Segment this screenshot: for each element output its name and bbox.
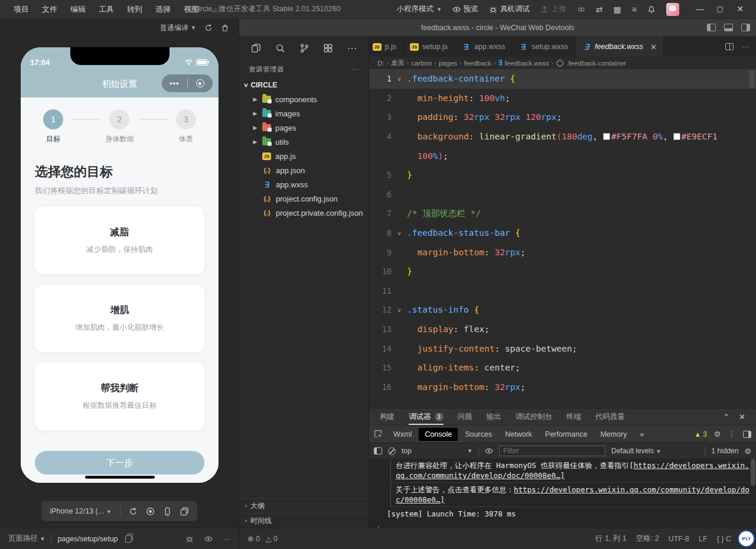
copy-icon[interactable] — [125, 535, 132, 542]
fold-icon[interactable]: ∨ — [392, 307, 407, 313]
files-icon[interactable] — [251, 43, 261, 53]
devtools-settings-icon[interactable]: ⚙ — [714, 430, 721, 438]
editor-more-icon[interactable]: ··· — [742, 43, 750, 51]
clear-cache-icon[interactable] — [221, 24, 229, 32]
devtools-tab-console[interactable]: Console — [419, 428, 458, 441]
preview-button[interactable]: 预览 — [452, 4, 478, 14]
tree-item-project.private.config.json[interactable]: {.}project.private.config.json — [239, 206, 369, 220]
close-miniapp-button[interactable] — [188, 79, 213, 87]
tree-item-images[interactable]: ▶images — [239, 106, 369, 121]
error-count[interactable]: ⊗ 0 — [247, 534, 260, 543]
context-selector[interactable]: top▼ — [402, 447, 472, 455]
goal-card-增肌[interactable]: 增肌增加肌肉，最小化脂肪增长 — [35, 285, 204, 352]
grid-icon[interactable]: ▦ — [614, 5, 621, 14]
fold-icon[interactable]: ∨ — [392, 76, 407, 82]
color-swatch[interactable] — [603, 133, 610, 140]
toggle-bottom-panel-icon[interactable] — [724, 24, 733, 31]
console-scrollbar[interactable] — [751, 459, 755, 486]
step-身体数据[interactable]: 2身体数据 — [101, 109, 138, 144]
step-目标[interactable]: 1目标 — [35, 109, 71, 144]
next-step-button[interactable]: 下一步 — [35, 451, 204, 475]
breadcrumb-item[interactable]: .feedback-container — [566, 60, 626, 67]
debugger-tab-调试控制台[interactable]: 调试控制台 — [516, 408, 553, 425]
editor-scrollbar[interactable] — [750, 70, 755, 88]
console-filter-input[interactable] — [499, 446, 605, 456]
fold-icon[interactable]: ∨ — [392, 230, 407, 236]
tree-item-pages[interactable]: ▶pages — [239, 121, 369, 135]
git-branch-icon[interactable] — [299, 43, 309, 53]
multi-window-icon[interactable] — [180, 507, 189, 516]
debugger-tab-代码质量[interactable]: 代码质量 — [595, 408, 625, 425]
tab-app.wxss[interactable]: ∃app.wxss — [455, 37, 512, 57]
close-icon[interactable]: ✕ — [650, 43, 657, 51]
menu-文件[interactable]: 文件 — [37, 0, 63, 18]
device-debug-button[interactable]: 真机调试 — [489, 4, 530, 14]
goal-card-减脂[interactable]: 减脂减少脂肪，保持肌肉 — [35, 207, 204, 274]
section-大纲[interactable]: ›大纲 — [239, 498, 369, 513]
recompile-icon[interactable] — [204, 24, 213, 32]
code-editor[interactable]: 1∨.feedback-container {2 min-height: 100… — [369, 69, 756, 408]
clear-console-icon[interactable] — [388, 447, 396, 455]
debugger-tab-构建[interactable]: 构建 — [380, 408, 395, 425]
tree-item-project.config.json[interactable]: {.}project.config.json — [239, 191, 369, 206]
menu-项目[interactable]: 项目 — [8, 0, 34, 18]
devtools-tab-performance[interactable]: Performance — [539, 428, 594, 441]
explorer-more-icon[interactable]: ··· — [351, 66, 359, 73]
project-root[interactable]: ∨ CIRCLE — [239, 78, 369, 92]
extensions-icon[interactable] — [323, 43, 333, 53]
compile-mode-selector[interactable]: 普通编译▼ — [160, 23, 196, 33]
console-sidebar-icon[interactable] — [374, 447, 382, 454]
user-avatar[interactable] — [666, 3, 679, 16]
breadcrumb-item[interactable]: carbon — [411, 60, 432, 67]
tree-item-app.js[interactable]: JSapp.js — [239, 149, 369, 163]
console-settings-icon[interactable]: ⚙ — [744, 447, 751, 456]
step-体质[interactable]: 3体质 — [168, 109, 204, 144]
toggle-right-panel-icon[interactable] — [741, 24, 750, 31]
breadcrumb-item[interactable]: 桌面 — [391, 59, 405, 67]
encoding[interactable]: UTF-8 — [669, 535, 689, 543]
tab-feedback.wxss[interactable]: ∃feedback.wxss✕ — [575, 37, 664, 57]
eye-icon[interactable] — [485, 447, 493, 455]
debugger-tab-终端[interactable]: 终端 — [566, 408, 581, 425]
search-icon[interactable] — [275, 43, 285, 53]
section-时间线[interactable]: ›时间线 — [239, 513, 369, 528]
menu-icon[interactable]: ≡ — [632, 5, 637, 14]
minimize-button[interactable]: — — [690, 0, 710, 18]
tree-item-components[interactable]: ▶components — [239, 92, 369, 106]
debugger-tab-调试器[interactable]: 调试器3 — [409, 408, 444, 425]
more-tabs-icon[interactable]: » — [634, 428, 650, 441]
bell-icon[interactable] — [647, 5, 656, 14]
undock-icon[interactable] — [743, 431, 751, 438]
debugger-tab-输出[interactable]: 输出 — [487, 408, 501, 425]
more-actions-icon[interactable]: ··· — [347, 43, 357, 54]
devtools-menu-icon[interactable]: ⋮ — [728, 430, 737, 438]
eol-type[interactable]: LF — [699, 535, 708, 543]
breadcrumb-item[interactable]: D: — [377, 60, 384, 67]
menu-转到[interactable]: 转到 — [122, 0, 148, 18]
devtools-tab-network[interactable]: Network — [499, 428, 538, 441]
tree-item-app.wxss[interactable]: ∃app.wxss — [239, 177, 369, 191]
menu-选择[interactable]: 选择 — [150, 0, 176, 18]
tab-setup.js[interactable]: JSsetup.js — [403, 37, 455, 57]
devtools-tab-sources[interactable]: Sources — [459, 428, 498, 441]
log-levels-selector[interactable]: Default levels ▼ — [611, 447, 661, 455]
close-button[interactable]: ✕ — [730, 0, 750, 18]
more-button[interactable]: ••• — [162, 79, 187, 88]
debugger-tab-问题[interactable]: 问题 — [458, 408, 472, 425]
maximize-button[interactable]: ▢ — [710, 0, 730, 18]
path-label[interactable]: 页面路径 ▼ — [8, 534, 45, 544]
breadcrumb-item[interactable]: pages — [439, 60, 457, 67]
split-editor-icon[interactable] — [725, 43, 734, 50]
device-selector[interactable]: iPhone 12/13 (... ▼ — [50, 507, 111, 515]
warning-count[interactable]: ▲3 — [694, 430, 707, 438]
console-output[interactable]: 台进行兼容处理，让小程序在 HarmonyOS 也获得最佳体验，查看指引[htt… — [369, 459, 756, 528]
language-mode[interactable]: { } C — [717, 535, 731, 543]
swap-icon[interactable]: ⇄ — [596, 5, 603, 14]
more-icon[interactable]: ··· — [223, 535, 231, 543]
menu-工具[interactable]: 工具 — [93, 0, 119, 18]
warning-count[interactable]: △ 0 — [266, 534, 278, 543]
goal-card-帮我判断[interactable]: 帮我判断根据数据推荐最佳目标 — [35, 363, 204, 430]
inspect-element-icon[interactable] — [374, 430, 383, 438]
indentation[interactable]: 空格: 2 — [636, 534, 659, 544]
link-icon[interactable] — [577, 5, 585, 14]
